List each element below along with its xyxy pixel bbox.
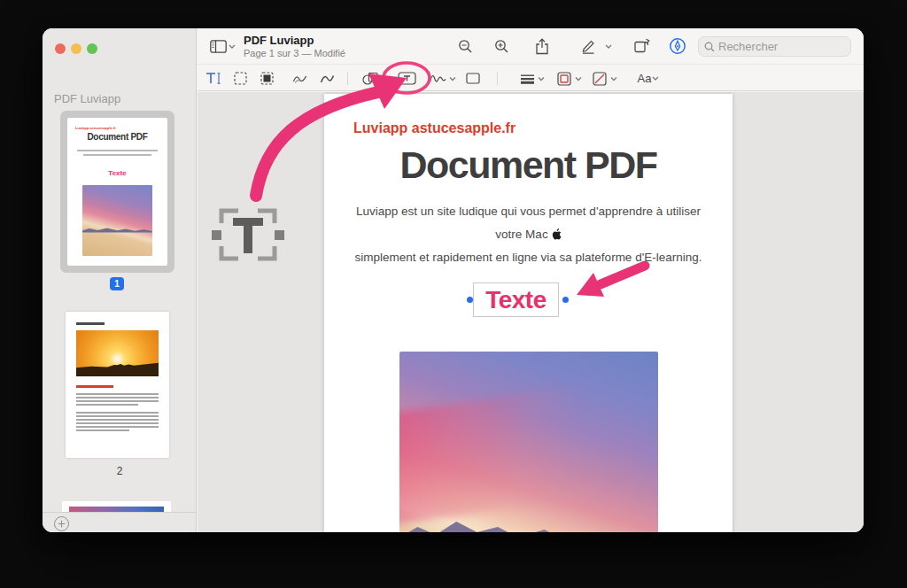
zoom-out-button[interactable] xyxy=(454,35,476,57)
fill-color-tool[interactable] xyxy=(591,68,619,89)
text-style-tool[interactable]: Aa xyxy=(631,68,666,89)
markup-mode-icon xyxy=(669,37,686,55)
thumbnail-page-1[interactable]: Luviapp astucesapple.fr Document PDF Tex… xyxy=(67,118,167,266)
pdf-page-1[interactable]: Luviapp astucesapple.fr Document PDF Luv… xyxy=(324,94,733,532)
sign-tool[interactable] xyxy=(427,68,459,89)
border-color-icon xyxy=(557,72,582,86)
markup-dropdown-chevron[interactable] xyxy=(602,35,615,57)
sketch-icon xyxy=(292,74,307,84)
close-button[interactable] xyxy=(55,43,66,54)
thumb2-text-line xyxy=(76,429,129,431)
page-paragraph: Luviapp est un site ludique qui vous per… xyxy=(351,200,706,269)
thumb2-heading-line xyxy=(76,322,105,325)
thumb2-red-heading-line xyxy=(76,385,113,388)
thumb2-text-line xyxy=(76,419,159,421)
page-site-line: Luviapp astucesapple.fr xyxy=(353,120,516,136)
fill-color-icon xyxy=(593,72,617,86)
desert-photo xyxy=(399,352,658,532)
sidebar-icon xyxy=(210,40,227,53)
shapes-tool[interactable] xyxy=(360,68,390,89)
draw-tool[interactable] xyxy=(316,68,337,89)
document-viewport[interactable]: Luviapp astucesapple.fr Document PDF Luv… xyxy=(198,92,864,532)
redact-icon xyxy=(260,72,274,85)
chevron-down-icon xyxy=(652,76,659,81)
markup-active-indicator[interactable] xyxy=(667,35,688,57)
add-page-button[interactable] xyxy=(54,516,69,531)
selection-handle-right[interactable] xyxy=(562,297,569,303)
plus-icon xyxy=(58,520,66,528)
note-tool[interactable] xyxy=(462,68,484,89)
thumb2-text-line xyxy=(76,426,159,428)
chevron-down-icon xyxy=(605,44,612,49)
titlebar: PDF Luviapp Page 1 sur 3 — Modifié xyxy=(198,28,864,64)
thumb1-site-line: Luviapp astucesapple.fr xyxy=(75,126,116,130)
note-icon xyxy=(466,73,480,84)
paragraph-line2: simplement et rapidement en ligne via sa… xyxy=(354,251,702,264)
thumb2-text-line xyxy=(76,397,159,398)
page-2-label: 2 xyxy=(43,465,197,477)
thumb1-text-line xyxy=(77,150,157,151)
text-style-label: Aa xyxy=(638,72,652,85)
markup-pen-button[interactable] xyxy=(578,35,599,57)
window-title: PDF Luviapp xyxy=(244,34,314,47)
thumbnail-page-3-partial[interactable] xyxy=(62,501,171,512)
texte-annotation-label: Texte xyxy=(485,286,547,314)
search-icon xyxy=(704,42,715,52)
thumbnail-page-2[interactable] xyxy=(66,312,169,458)
thumb1-texte-label: Texte xyxy=(67,169,167,177)
traffic-lights xyxy=(55,43,97,54)
zoom-in-icon xyxy=(494,39,509,54)
thumb2-text-line xyxy=(76,412,159,414)
minimize-button[interactable] xyxy=(71,43,81,54)
share-icon xyxy=(535,38,549,55)
share-button[interactable] xyxy=(531,35,553,57)
thumb2-text-line xyxy=(76,393,159,395)
zoom-in-button[interactable] xyxy=(491,35,512,57)
markup-toolbar: Aa xyxy=(198,64,864,91)
thumb2-text-line xyxy=(76,404,138,406)
thumbnail-page-1-selected[interactable]: Luviapp astucesapple.fr Document PDF Tex… xyxy=(60,111,174,273)
search-field[interactable] xyxy=(698,36,851,57)
paragraph-line1: Luviapp est un site ludique qui vous per… xyxy=(356,205,701,241)
rotate-icon xyxy=(633,38,650,54)
sidebar-toggle-button[interactable] xyxy=(207,35,229,57)
selection-handle-left[interactable] xyxy=(467,297,473,303)
photo-cloud-streak xyxy=(399,380,639,530)
rotate-button[interactable] xyxy=(631,35,652,57)
border-color-tool[interactable] xyxy=(555,68,584,89)
draw-icon xyxy=(320,74,335,84)
sidebar-document-title: PDF Luviapp xyxy=(54,92,120,105)
line-weight-icon xyxy=(520,73,545,85)
text-select-icon xyxy=(205,72,221,85)
pencil-icon xyxy=(580,38,596,54)
thumb1-title: Document PDF xyxy=(67,132,167,142)
shapes-icon xyxy=(361,72,388,86)
preview-window: PDF Luviapp Luviapp astucesapple.fr Docu… xyxy=(43,28,864,532)
text-box-tutorial-icon xyxy=(211,200,285,271)
shape-style-tool[interactable] xyxy=(518,68,547,89)
text-selection-tool[interactable] xyxy=(203,68,224,89)
thumb1-text-line xyxy=(83,154,151,156)
thumb1-desert-image xyxy=(82,185,152,256)
thumb2-sunset-image xyxy=(76,330,159,376)
rect-selection-tool[interactable] xyxy=(229,68,251,89)
window-subtitle: Page 1 sur 3 — Modifié xyxy=(244,48,345,58)
page-heading: Document PDF xyxy=(324,143,733,187)
search-input[interactable] xyxy=(718,40,833,53)
thumb2-text-line xyxy=(76,400,159,402)
chevron-down-icon xyxy=(229,44,236,49)
toolbar-separator xyxy=(497,72,498,85)
texte-annotation-box[interactable]: Texte xyxy=(473,282,559,317)
thumbnail-sidebar: PDF Luviapp Luviapp astucesapple.fr Docu… xyxy=(43,28,197,532)
text-box-tool[interactable] xyxy=(396,68,417,89)
redact-tool[interactable] xyxy=(256,68,277,89)
main-panel: PDF Luviapp Page 1 sur 3 — Modifié xyxy=(198,28,864,532)
sketch-tool[interactable] xyxy=(289,68,310,89)
dashed-rect-icon xyxy=(234,72,247,85)
zoom-button[interactable] xyxy=(87,43,97,54)
toolbar-separator xyxy=(347,72,348,85)
page-1-badge: 1 xyxy=(110,277,124,290)
sidebar-toggle-chevron[interactable] xyxy=(227,35,237,57)
signature-icon xyxy=(429,73,457,85)
zoom-out-icon xyxy=(458,39,473,54)
